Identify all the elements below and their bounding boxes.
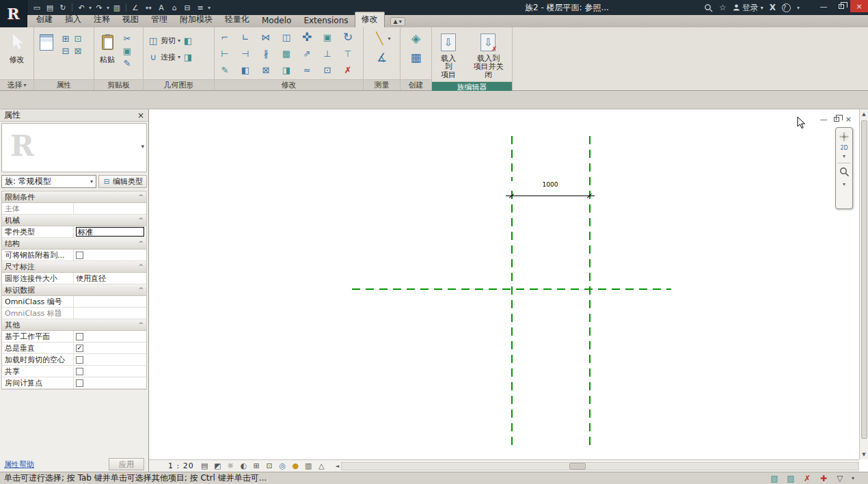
wheel-dropdown-icon[interactable]: ▾ bbox=[843, 153, 845, 159]
scroll-up-icon[interactable]: ▲ bbox=[862, 109, 865, 119]
geometry-option-b-icon[interactable]: ◨ bbox=[182, 51, 193, 62]
measure-dropdown-icon[interactable]: ▾ bbox=[388, 36, 390, 42]
revit-logo[interactable]: R bbox=[0, 0, 27, 27]
visual-style-icon[interactable]: ◩ bbox=[213, 461, 223, 471]
properties-close-icon[interactable]: × bbox=[137, 111, 144, 120]
print-icon[interactable]: ▥ bbox=[111, 2, 122, 13]
sign-in-dropdown-icon[interactable]: ▾ bbox=[761, 5, 763, 11]
search-icon[interactable] bbox=[704, 3, 713, 12]
view-scale-button[interactable]: 1 : 20 bbox=[165, 461, 197, 470]
cut-geometry-button[interactable]: ◫ 剪切 ▾ ◧ bbox=[146, 34, 195, 46]
crop-view-icon[interactable]: ⊞ bbox=[252, 461, 262, 471]
family-category-icon[interactable]: ⊞ bbox=[60, 33, 71, 44]
view-minimize-button[interactable]: — bbox=[820, 115, 828, 124]
scale-icon[interactable]: ⇗ bbox=[301, 48, 312, 59]
collapse-icon[interactable]: ^ bbox=[138, 217, 144, 224]
room-point-checkbox[interactable] bbox=[76, 379, 83, 387]
thin-lines-icon[interactable]: ≡ bbox=[195, 2, 206, 13]
section-identity-data[interactable]: 标识数据 ^ bbox=[2, 284, 146, 296]
horizontal-scroll-track[interactable] bbox=[341, 462, 859, 470]
help-dropdown-icon[interactable]: ▾ bbox=[797, 5, 800, 11]
panel-label-properties[interactable]: 属性 bbox=[34, 79, 94, 90]
analytical-model-icon[interactable]: △ bbox=[316, 461, 327, 471]
trim-icon[interactable]: ⊢ bbox=[219, 48, 230, 59]
split-icon[interactable]: ∦ bbox=[260, 48, 271, 59]
align-icon[interactable]: ⌐ bbox=[219, 31, 230, 42]
steering-wheel-icon[interactable] bbox=[839, 131, 850, 144]
unpin-icon[interactable]: ⊤ bbox=[342, 48, 353, 59]
connector-size-value[interactable]: 使用直径 bbox=[74, 273, 146, 284]
properties-title-bar[interactable]: 属性 × bbox=[0, 109, 148, 122]
rotate-icon[interactable]: ↻ bbox=[341, 30, 355, 44]
save-icon[interactable]: ▤ bbox=[44, 2, 55, 13]
reveal-hidden-elements-icon[interactable]: ● bbox=[290, 461, 301, 471]
panel-label-measure[interactable]: 测量 bbox=[364, 79, 400, 90]
worksets-icon[interactable]: ▧ bbox=[770, 474, 779, 483]
omniclass-number-value[interactable] bbox=[74, 296, 146, 307]
match-icon[interactable]: ✎ bbox=[219, 64, 230, 75]
zoom-icon[interactable] bbox=[839, 167, 850, 179]
communication-center-icon[interactable]: ☆ bbox=[719, 3, 727, 12]
tab-create[interactable]: 创建 bbox=[30, 12, 59, 27]
temporary-hide-isolate-icon[interactable]: ◎ bbox=[277, 461, 288, 471]
filter-dropdown-icon[interactable]: ▾ bbox=[852, 475, 854, 481]
tab-modelo[interactable]: Modelo bbox=[256, 14, 297, 27]
cut-icon[interactable]: ✂ bbox=[122, 33, 133, 44]
tab-modify[interactable]: 修改 bbox=[355, 12, 385, 27]
horizontal-scrollbar[interactable]: ◄ bbox=[334, 462, 859, 470]
pin-icon[interactable]: ⊥ bbox=[322, 48, 333, 59]
part-type-input[interactable] bbox=[76, 227, 144, 237]
cut-geometry-dropdown-icon[interactable]: ▾ bbox=[178, 38, 180, 44]
sync-icon[interactable]: ↻ bbox=[57, 2, 68, 13]
copy-icon[interactable]: ▣ bbox=[322, 31, 333, 42]
drawing-area[interactable]: — × 1000 2D ▾ ▾ bbox=[149, 109, 868, 472]
text-icon[interactable]: A bbox=[156, 2, 167, 13]
panel-label-geometry[interactable]: 几何图形 bbox=[144, 79, 214, 90]
offset-icon[interactable]: ∟ bbox=[240, 31, 251, 42]
customize-qat-dropdown-icon[interactable]: ▾ bbox=[208, 5, 211, 11]
array-icon[interactable]: ▦ bbox=[281, 48, 292, 59]
type-preview[interactable]: R ▾ bbox=[1, 123, 147, 172]
section-other[interactable]: 其他 ^ bbox=[2, 319, 146, 331]
properties-help-link[interactable]: 属性帮助 bbox=[4, 459, 34, 470]
ribbon-display-toggle[interactable]: ▲ ▾ bbox=[390, 17, 405, 26]
view-restore-button[interactable] bbox=[834, 115, 839, 124]
sun-path-icon[interactable]: ☼ bbox=[226, 461, 236, 471]
join-geometry-button[interactable]: ∪ 连接 ▾ ◨ bbox=[146, 51, 195, 63]
panel-label-create[interactable]: 创建 bbox=[401, 79, 431, 90]
undo-icon[interactable]: ↶ bbox=[76, 2, 87, 13]
collapse-icon[interactable]: ^ bbox=[138, 286, 144, 293]
edit-type-button[interactable]: ⊟ 编辑类型 bbox=[98, 175, 147, 188]
shared-checkbox[interactable] bbox=[76, 368, 83, 375]
exchange-apps-icon[interactable]: X bbox=[770, 3, 776, 12]
visibility-settings-icon[interactable]: ⊠ bbox=[72, 45, 83, 56]
create-component-icon[interactable]: ◈ bbox=[409, 31, 423, 45]
paste-button[interactable]: 粘贴 bbox=[97, 30, 118, 67]
scroll-left-icon[interactable]: ◄ bbox=[334, 463, 341, 469]
join-geometry-dropdown-icon[interactable]: ▾ bbox=[178, 54, 180, 60]
tab-addins[interactable]: 附加模块 bbox=[174, 12, 219, 27]
scroll-down-icon[interactable]: ▼ bbox=[862, 450, 865, 459]
split-face-icon[interactable]: ⊡ bbox=[322, 64, 333, 75]
panel-label-modify[interactable]: 修改 bbox=[215, 79, 363, 90]
omniclass-title-value[interactable] bbox=[74, 308, 146, 319]
section-mechanical[interactable]: 机械 ^ bbox=[2, 215, 146, 226]
view-close-button[interactable]: × bbox=[845, 115, 852, 124]
vertical-scroll-thumb[interactable] bbox=[861, 120, 867, 439]
panel-label-select[interactable]: 选择▾ bbox=[0, 79, 33, 90]
panel-label-clipboard[interactable]: 剪贴板 bbox=[94, 79, 143, 90]
redo-dropdown-icon[interactable]: ▾ bbox=[107, 5, 109, 11]
workplane-based-checkbox[interactable] bbox=[76, 333, 83, 340]
tab-annotate[interactable]: 注释 bbox=[87, 12, 116, 27]
collapse-icon[interactable]: ^ bbox=[138, 263, 144, 270]
demolish-icon[interactable]: ⊠ bbox=[260, 64, 271, 75]
create-group-icon[interactable]: ▦ bbox=[409, 51, 423, 64]
tab-lightweight[interactable]: 轻量化 bbox=[219, 12, 256, 27]
minimize-button[interactable]: — bbox=[815, 0, 832, 12]
dimension-value[interactable]: 1000 bbox=[511, 181, 589, 188]
restore-button[interactable] bbox=[832, 0, 850, 12]
move-icon[interactable]: ✜ bbox=[300, 30, 314, 44]
preview-dropdown-icon[interactable]: ▾ bbox=[141, 143, 144, 150]
family-type-selector[interactable]: 族: 常规模型 ▾ bbox=[1, 175, 96, 188]
show-crop-region-icon[interactable]: ⊡ bbox=[265, 461, 275, 471]
